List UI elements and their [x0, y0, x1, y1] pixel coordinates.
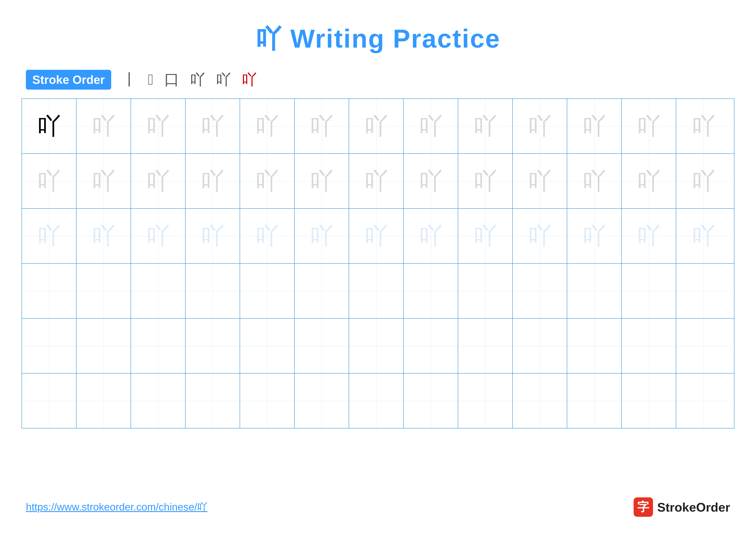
- grid-cell[interactable]: [76, 318, 131, 373]
- grid-cell[interactable]: [513, 373, 567, 428]
- grid-cell[interactable]: [240, 373, 295, 428]
- grid-cell[interactable]: [22, 318, 76, 373]
- grid-cell[interactable]: 吖: [186, 99, 240, 153]
- grid-cell[interactable]: [186, 373, 240, 428]
- grid-cell[interactable]: 吖: [567, 209, 622, 263]
- grid-cell[interactable]: [567, 373, 622, 428]
- grid-cell[interactable]: 吖: [676, 209, 731, 263]
- grid-cell[interactable]: [349, 318, 404, 373]
- grid-cell[interactable]: 吖: [76, 154, 131, 208]
- grid-cell[interactable]: [513, 264, 567, 318]
- grid-cell[interactable]: [240, 264, 295, 318]
- grid-cell[interactable]: [76, 373, 131, 428]
- grid-cell[interactable]: [295, 264, 349, 318]
- grid-row-3: 吖 吖 吖 吖 吖 吖 吖 吖 吖 吖 吖 吖 吖: [22, 209, 734, 264]
- grid-cell[interactable]: 吖: [240, 209, 295, 263]
- grid-cell[interactable]: 吖: [404, 99, 458, 153]
- char-ghost-light: 吖: [146, 220, 170, 252]
- footer-url[interactable]: https://www.strokeorder.com/chinese/吖: [26, 500, 207, 514]
- grid-cell[interactable]: 吖: [622, 99, 676, 153]
- stroke-step-6: 吖: [242, 69, 257, 90]
- grid-cell[interactable]: [458, 264, 513, 318]
- grid-cell[interactable]: 吖: [622, 154, 676, 208]
- grid-cell[interactable]: [186, 318, 240, 373]
- char-ghost: 吖: [528, 110, 552, 142]
- grid-cell[interactable]: [622, 264, 676, 318]
- grid-cell[interactable]: 吖: [22, 209, 76, 263]
- grid-cell[interactable]: [458, 318, 513, 373]
- grid-cell[interactable]: [676, 373, 731, 428]
- char-ghost-light: 吖: [310, 220, 334, 252]
- grid-cell[interactable]: [622, 318, 676, 373]
- grid-cell[interactable]: [22, 264, 76, 318]
- char-ghost: 吖: [419, 110, 443, 142]
- grid-cell[interactable]: 吖: [76, 99, 131, 153]
- grid-cell[interactable]: [458, 373, 513, 428]
- grid-row-1: 吖 吖 吖 吖 吖 吖 吖 吖 吖 吖 吖 吖 吖: [22, 99, 734, 154]
- char-ghost: 吖: [92, 110, 116, 142]
- grid-cell[interactable]: [131, 264, 186, 318]
- grid-cell[interactable]: [240, 318, 295, 373]
- grid-cell[interactable]: 吖: [131, 99, 186, 153]
- char-ghost: 吖: [92, 165, 116, 197]
- grid-cell[interactable]: 吖: [567, 99, 622, 153]
- grid-cell[interactable]: 吖: [676, 99, 731, 153]
- grid-cell[interactable]: 吖: [131, 154, 186, 208]
- grid-cell[interactable]: 吖: [240, 99, 295, 153]
- grid-cell[interactable]: [349, 264, 404, 318]
- grid-cell[interactable]: [131, 373, 186, 428]
- grid-cell[interactable]: 吖: [186, 154, 240, 208]
- char-ghost: 吖: [364, 165, 388, 197]
- grid-cell[interactable]: 吖: [513, 209, 567, 263]
- grid-cell[interactable]: 吖: [567, 154, 622, 208]
- char-ghost: 吖: [637, 165, 661, 197]
- grid-cell[interactable]: [349, 373, 404, 428]
- grid-cell[interactable]: [404, 318, 458, 373]
- grid-cell[interactable]: 吖: [458, 99, 513, 153]
- grid-cell[interactable]: 吖: [458, 209, 513, 263]
- grid-cell[interactable]: [513, 318, 567, 373]
- grid-cell[interactable]: [404, 373, 458, 428]
- grid-cell[interactable]: [76, 264, 131, 318]
- grid-cell[interactable]: 吖: [676, 154, 731, 208]
- grid-cell[interactable]: 吖: [404, 209, 458, 263]
- grid-cell[interactable]: [22, 373, 76, 428]
- char-ghost-light: 吖: [528, 220, 552, 252]
- char-ghost-light: 吖: [473, 220, 497, 252]
- grid-cell[interactable]: 吖: [349, 154, 404, 208]
- grid-cell[interactable]: [131, 318, 186, 373]
- footer-logo-icon: 字: [634, 497, 653, 517]
- grid-cell[interactable]: 吖: [22, 99, 76, 153]
- char-ghost: 吖: [528, 165, 552, 197]
- char-ghost-light: 吖: [582, 220, 606, 252]
- grid-cell[interactable]: 吖: [458, 154, 513, 208]
- grid-cell[interactable]: [295, 318, 349, 373]
- grid-cell[interactable]: 吖: [76, 209, 131, 263]
- char-ghost: 吖: [692, 110, 716, 142]
- grid-cell[interactable]: 吖: [295, 209, 349, 263]
- char-ghost: 吖: [256, 165, 279, 197]
- grid-cell[interactable]: 吖: [131, 209, 186, 263]
- grid-row-2: 吖 吖 吖 吖 吖 吖 吖 吖 吖 吖 吖 吖 吖: [22, 154, 734, 209]
- grid-cell[interactable]: [404, 264, 458, 318]
- grid-cell[interactable]: 吖: [295, 99, 349, 153]
- char-ghost: 吖: [146, 110, 170, 142]
- grid-cell[interactable]: [676, 264, 731, 318]
- grid-cell[interactable]: 吖: [240, 154, 295, 208]
- grid-cell[interactable]: 吖: [349, 209, 404, 263]
- grid-cell[interactable]: [186, 264, 240, 318]
- grid-cell[interactable]: [622, 373, 676, 428]
- grid-cell[interactable]: 吖: [22, 154, 76, 208]
- grid-cell[interactable]: 吖: [349, 99, 404, 153]
- grid-cell[interactable]: 吖: [622, 209, 676, 263]
- grid-cell[interactable]: 吖: [513, 99, 567, 153]
- grid-cell[interactable]: [567, 318, 622, 373]
- grid-cell[interactable]: 吖: [295, 154, 349, 208]
- grid-cell[interactable]: 吖: [186, 209, 240, 263]
- grid-cell[interactable]: [676, 318, 731, 373]
- stroke-step-4: 吖: [190, 69, 205, 90]
- grid-cell[interactable]: 吖: [513, 154, 567, 208]
- grid-cell[interactable]: [295, 373, 349, 428]
- grid-cell[interactable]: [567, 264, 622, 318]
- grid-cell[interactable]: 吖: [404, 154, 458, 208]
